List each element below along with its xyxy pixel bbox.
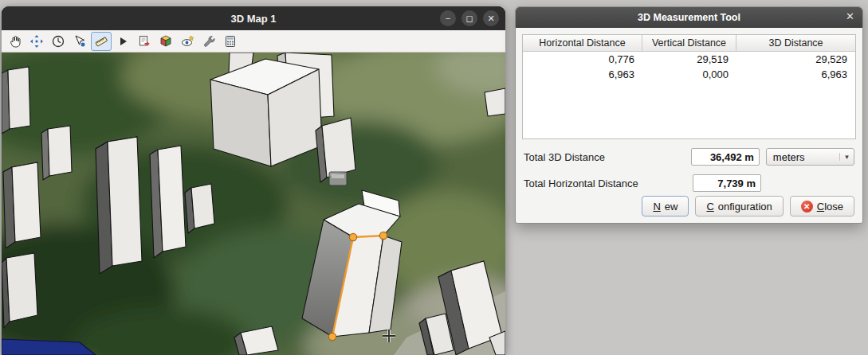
camera-effects-button[interactable] bbox=[177, 32, 198, 51]
calculator-icon bbox=[223, 34, 238, 49]
unit-select[interactable]: meters ▾ bbox=[766, 148, 854, 166]
3d-cube-icon bbox=[159, 34, 173, 49]
measure-line-button[interactable] bbox=[91, 32, 112, 51]
desktop: 3D Map 1 − ◻ ✕ bbox=[0, 0, 868, 355]
total-3d-distance-field[interactable]: 36,492 m bbox=[691, 148, 759, 166]
cell: 29,519 bbox=[642, 52, 736, 67]
total-3d-row: Total 3D Distance 36,492 m meters ▾ bbox=[524, 148, 854, 166]
measurement-calculator-button[interactable] bbox=[220, 32, 241, 51]
dialog-titlebar[interactable]: 3D Measurement Tool ✕ bbox=[516, 7, 862, 28]
identify-cursor-icon bbox=[73, 34, 87, 49]
table-row[interactable]: 0,776 29,519 29,529 bbox=[523, 52, 855, 67]
scene-configuration-button[interactable] bbox=[155, 32, 176, 51]
wrench-icon bbox=[202, 34, 216, 49]
cell: 6,963 bbox=[523, 67, 642, 82]
total-horizontal-distance-label: Total Horizontal Distance bbox=[524, 178, 693, 189]
measurement-table: Horizontal Distance Vertical Distance 3D… bbox=[522, 34, 856, 139]
dialog-buttons: New Configuration ✕ Close bbox=[642, 196, 854, 217]
dialog-title: 3D Measurement Tool bbox=[638, 12, 740, 23]
map-window-title: 3D Map 1 bbox=[230, 13, 276, 25]
header-vertical-distance[interactable]: Vertical Distance bbox=[642, 35, 736, 52]
close-button-label: Close bbox=[817, 201, 843, 213]
pan-tool-button[interactable] bbox=[5, 32, 26, 51]
table-header-row: Horizontal Distance Vertical Distance 3D… bbox=[523, 35, 855, 52]
cell: 0,776 bbox=[523, 52, 642, 67]
clock-icon bbox=[51, 34, 65, 49]
close-red-icon: ✕ bbox=[801, 201, 813, 213]
map-window: 3D Map 1 − ◻ ✕ bbox=[2, 6, 505, 355]
3d-map-viewport[interactable] bbox=[2, 53, 505, 355]
maximize-button[interactable]: ◻ bbox=[461, 10, 477, 26]
measurement-dialog: 3D Measurement Tool ✕ Horizontal Distanc… bbox=[515, 6, 863, 224]
eye-icon bbox=[180, 34, 194, 49]
camera-navigation-button[interactable] bbox=[26, 32, 47, 51]
new-button[interactable]: New bbox=[642, 196, 689, 217]
pan-arrows-icon bbox=[29, 34, 44, 49]
header-3d-distance[interactable]: 3D Distance bbox=[736, 35, 855, 52]
export-image-icon bbox=[137, 34, 151, 49]
dialog-close-icon[interactable]: ✕ bbox=[846, 11, 854, 21]
minimize-button[interactable]: − bbox=[440, 10, 456, 26]
chevron-down-icon: ▾ bbox=[839, 153, 854, 161]
configuration-button[interactable]: Configuration bbox=[695, 196, 783, 217]
map-tools-button[interactable] bbox=[198, 32, 219, 51]
total-3d-distance-label: Total 3D Distance bbox=[524, 151, 691, 163]
play-icon bbox=[116, 34, 130, 49]
ruler-icon bbox=[94, 34, 108, 49]
cell: 0,000 bbox=[642, 67, 736, 82]
map-toolbar bbox=[2, 30, 505, 53]
floating-tag bbox=[329, 172, 347, 185]
window-controls: − ◻ ✕ bbox=[440, 10, 499, 26]
close-window-button[interactable]: ✕ bbox=[483, 10, 499, 26]
total-horizontal-row: Total Horizontal Distance 7,739 m bbox=[524, 174, 854, 192]
close-button[interactable]: ✕ Close bbox=[790, 196, 854, 217]
map-titlebar[interactable]: 3D Map 1 − ◻ ✕ bbox=[2, 6, 505, 30]
identify-tool-button[interactable] bbox=[69, 32, 90, 51]
hand-icon bbox=[8, 34, 22, 49]
3d-scene bbox=[2, 53, 505, 355]
export-scene-button[interactable] bbox=[134, 32, 155, 51]
total-horizontal-distance-field[interactable]: 7,739 m bbox=[693, 174, 761, 192]
header-horizontal-distance[interactable]: Horizontal Distance bbox=[523, 35, 642, 52]
play-animation-button[interactable] bbox=[112, 32, 133, 51]
cell: 29,529 bbox=[736, 52, 855, 67]
unit-selected-value: meters bbox=[767, 151, 839, 163]
table-row[interactable]: 6,963 0,000 6,963 bbox=[523, 67, 855, 82]
animation-button[interactable] bbox=[48, 32, 69, 51]
cell: 6,963 bbox=[736, 67, 855, 82]
